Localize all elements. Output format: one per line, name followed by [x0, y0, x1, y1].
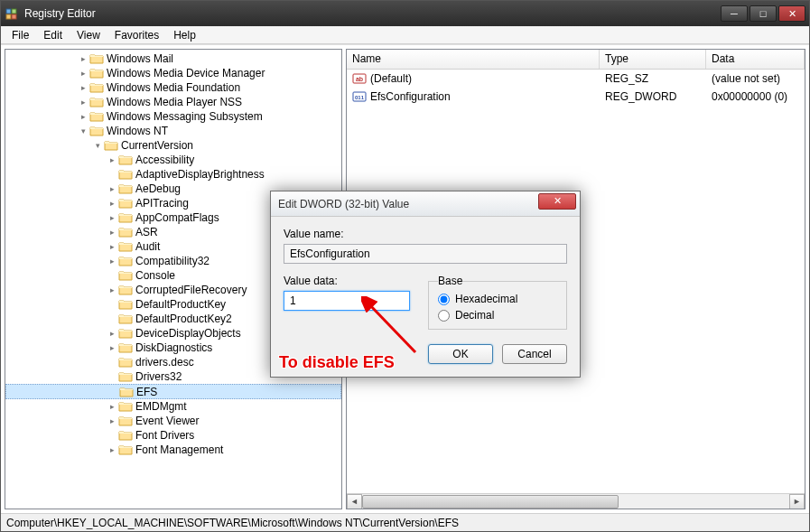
tree-node[interactable]: ▸Accessibility	[5, 153, 341, 167]
tree-node[interactable]: ▸Windows Media Device Manager	[5, 66, 341, 80]
value-icon: ab	[352, 71, 367, 86]
folder-icon	[118, 400, 133, 413]
tree-node[interactable]: Font Drivers	[5, 428, 341, 443]
svg-rect-2	[6, 14, 11, 19]
folder-icon	[118, 240, 133, 253]
list-row[interactable]: ab(Default)REG_SZ(value not set)	[347, 70, 805, 88]
expand-icon[interactable]: ▸	[107, 285, 117, 295]
tree-label: DefaultProductKey2	[135, 313, 232, 325]
expand-icon[interactable]: ▸	[78, 82, 88, 93]
statusbar: Computer\HKEY_LOCAL_MACHINE\SOFTWARE\Mic…	[1, 513, 809, 531]
folder-icon	[118, 168, 133, 181]
col-data[interactable]: Data	[706, 50, 805, 69]
dialog-titlebar[interactable]: Edit DWORD (32-bit) Value ✕	[271, 191, 580, 217]
tree-label: Accessibility	[135, 154, 194, 166]
tree-node[interactable]: AdaptiveDisplayBrightness	[5, 167, 341, 182]
tree-label: CurrentVersion	[121, 139, 193, 152]
expand-icon[interactable]: ▸	[107, 183, 117, 194]
titlebar[interactable]: Registry Editor ─ □ ✕	[1, 1, 809, 26]
tree-label: ASR	[135, 226, 158, 238]
scroll-track[interactable]	[362, 494, 789, 509]
folder-icon	[89, 125, 104, 137]
expand-icon[interactable]: ▾	[92, 140, 103, 151]
expand-icon[interactable]: ▸	[78, 53, 88, 64]
expand-icon[interactable]: ▸	[107, 444, 117, 455]
folder-icon	[118, 429, 133, 442]
menu-edit[interactable]: Edit	[36, 27, 70, 43]
tree-label: Font Drivers	[135, 429, 194, 442]
horizontal-scrollbar[interactable]: ◄ ►	[347, 493, 805, 509]
menu-favorites[interactable]: Favorites	[107, 27, 166, 43]
tree-label: Windows Media Device Manager	[107, 67, 265, 79]
expand-icon[interactable]: ▸	[107, 241, 117, 252]
radio-dec-input[interactable]	[438, 310, 450, 322]
scroll-thumb[interactable]	[362, 495, 619, 509]
radio-hex-input[interactable]	[438, 294, 450, 305]
value-name: (Default)	[370, 72, 412, 85]
expand-icon[interactable]: ▸	[107, 328, 117, 339]
list-row[interactable]: 011EfsConfigurationREG_DWORD0x00000000 (…	[347, 88, 805, 106]
expand-icon[interactable]: ▸	[107, 212, 117, 223]
expand-icon[interactable]: ▾	[78, 126, 88, 136]
expand-icon[interactable]: ▸	[107, 227, 117, 238]
folder-icon	[118, 313, 133, 325]
col-type[interactable]: Type	[600, 50, 706, 69]
value-name: EfsConfiguration	[370, 90, 451, 103]
expand-icon[interactable]: ▸	[78, 68, 88, 79]
list-header: Name Type Data	[347, 50, 805, 70]
scroll-left-icon[interactable]: ◄	[347, 494, 362, 509]
expand-icon[interactable]: ▸	[107, 198, 117, 209]
folder-icon	[118, 226, 133, 238]
svg-text:ab: ab	[356, 76, 363, 82]
value-data-field[interactable]	[284, 291, 410, 311]
folder-icon	[118, 284, 133, 296]
expand-icon[interactable]: ▸	[107, 415, 117, 426]
expand-icon[interactable]: ▸	[107, 154, 117, 165]
ok-button[interactable]: OK	[428, 344, 493, 364]
folder-icon	[118, 370, 133, 383]
tree-node[interactable]: ▸Windows Messaging Subsystem	[5, 109, 341, 124]
expand-icon[interactable]: ▸	[78, 111, 88, 122]
dialog-close-button[interactable]: ✕	[538, 193, 576, 210]
cancel-button[interactable]: Cancel	[502, 344, 567, 364]
menu-help[interactable]: Help	[166, 27, 203, 43]
tree-label: AdaptiveDisplayBrightness	[135, 168, 265, 181]
expand-icon[interactable]: ▸	[107, 256, 117, 266]
tree-node[interactable]: ▸EMDMgmt	[5, 399, 341, 414]
close-button[interactable]: ✕	[778, 5, 805, 22]
tree-node[interactable]: ▾CurrentVersion	[5, 138, 341, 153]
tree-node[interactable]: ▸Windows Media Player NSS	[5, 95, 341, 109]
edit-dword-dialog: Edit DWORD (32-bit) Value ✕ Value name: …	[270, 191, 581, 378]
menubar: File Edit View Favorites Help	[1, 26, 809, 44]
radio-decimal[interactable]: Decimal	[438, 309, 557, 322]
menu-file[interactable]: File	[5, 27, 36, 43]
radio-hex[interactable]: Hexadecimal	[438, 293, 557, 305]
value-data: (value not set)	[706, 70, 805, 87]
minimize-button[interactable]: ─	[721, 5, 748, 22]
col-name[interactable]: Name	[347, 50, 600, 69]
folder-icon	[118, 182, 133, 195]
tree-node[interactable]: ▸Font Management	[5, 443, 341, 457]
window-title: Registry Editor	[24, 7, 721, 20]
tree-node[interactable]: ▾Windows NT	[5, 124, 341, 138]
folder-icon	[118, 255, 133, 267]
folder-icon	[118, 356, 133, 369]
tree-node[interactable]: ▸Event Viewer	[5, 414, 341, 428]
tree-label: Console	[135, 269, 175, 282]
tree-node[interactable]: EFS	[5, 384, 341, 399]
tree-label: CorruptedFileRecovery	[135, 284, 247, 296]
tree-node[interactable]: ▸Windows Media Foundation	[5, 80, 341, 95]
folder-icon	[89, 81, 104, 94]
tree-label: Windows Mail	[107, 52, 173, 65]
menu-view[interactable]: View	[70, 27, 107, 43]
value-name-field[interactable]	[284, 244, 567, 264]
expand-icon[interactable]: ▸	[78, 97, 88, 107]
expand-icon[interactable]: ▸	[107, 401, 117, 412]
tree-label: DeviceDisplayObjects	[135, 327, 241, 340]
dialog-title: Edit DWORD (32-bit) Value	[278, 198, 538, 210]
tree-node[interactable]: ▸Windows Mail	[5, 51, 341, 66]
status-path: Computer\HKEY_LOCAL_MACHINE\SOFTWARE\Mic…	[6, 517, 459, 529]
maximize-button[interactable]: □	[749, 5, 777, 22]
expand-icon[interactable]: ▸	[107, 342, 117, 353]
scroll-right-icon[interactable]: ►	[789, 494, 805, 509]
